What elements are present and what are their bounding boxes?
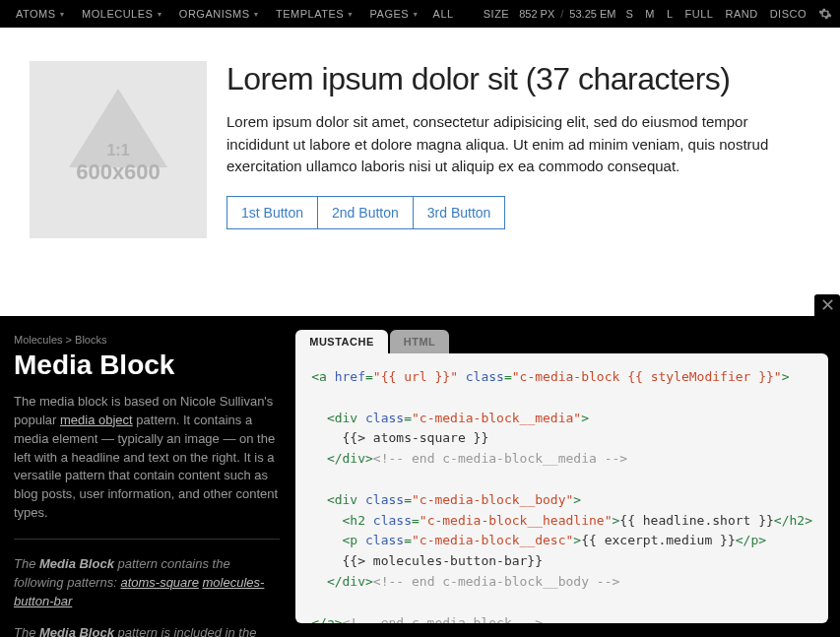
first-button[interactable]: 1st Button [226,196,318,229]
size-disco[interactable]: DISCO [764,8,812,20]
topbar: ATOMS▼ MOLECULES▼ ORGANISMS▼ TEMPLATES▼ … [0,0,840,28]
size-px[interactable]: 852 PX [515,8,558,20]
size-label: SIZE [478,8,515,20]
contains-patterns: The Media Block pattern contains the fol… [14,555,280,611]
size-full[interactable]: FULL [679,8,720,20]
size-em[interactable]: 53.25 EM [565,8,619,20]
button-bar: 1st Button 2nd Button 3rd Button [226,196,810,229]
nav-all[interactable]: ALL [427,8,460,20]
divider [14,539,280,540]
image-placeholder: 1:1 600x600 [30,61,207,238]
size-s[interactable]: S [619,8,639,20]
media-block-body: Lorem ipsum dolor sit (37 characters) Lo… [226,61,810,238]
caret-down-icon: ▼ [253,11,260,18]
caret-down-icon: ▼ [156,11,162,18]
pattern-description: The media block is based on Nicole Sulli… [14,393,280,523]
caret-down-icon: ▼ [347,11,354,18]
placeholder-dims: 600x600 [76,159,161,185]
pattern-preview: 1:1 600x600 Lorem ipsum dolor sit (37 ch… [0,28,840,272]
nav-molecules[interactable]: MOLECULES▼ [74,8,171,20]
headline: Lorem ipsum dolor sit (37 characters) [226,61,810,97]
close-icon[interactable]: ✕ [814,294,840,316]
code-view[interactable]: <a href="{{ url }}" class="c-media-block… [295,353,828,623]
size-l[interactable]: L [661,8,679,20]
media-object-link[interactable]: media object [60,413,133,427]
nav-pages[interactable]: PAGES▼ [362,8,427,20]
nav-atoms[interactable]: ATOMS▼ [8,8,74,20]
size-divider: / [558,8,565,20]
tab-mustache[interactable]: MUSTACHE [295,330,388,353]
size-m[interactable]: M [639,8,661,20]
size-rand[interactable]: RAND [719,8,763,20]
description: Lorem ipsum dolor sit amet, consectetur … [226,111,810,178]
pattern-inspector: ✕ Molecules > Blocks Media Block The med… [0,316,840,637]
gear-icon[interactable] [818,7,832,21]
code-tabs: MUSTACHE HTML [295,330,828,353]
included-in-patterns: The Media Block pattern is included in t… [14,624,280,637]
breadcrumb: Molecules > Blocks [14,334,280,346]
caret-down-icon: ▼ [412,11,419,18]
nav-templates[interactable]: TEMPLATES▼ [268,8,362,20]
nav-organisms[interactable]: ORGANISMS▼ [171,8,268,20]
tab-html[interactable]: HTML [390,330,450,353]
pattern-title: Media Block [14,350,280,381]
second-button[interactable]: 2nd Button [317,196,414,229]
placeholder-ratio: 1:1 [106,142,129,159]
third-button[interactable]: 3rd Button [413,196,506,229]
atoms-square-link[interactable]: atoms-square [120,575,198,590]
pattern-info: Molecules > Blocks Media Block The media… [0,316,295,637]
caret-down-icon: ▼ [59,11,66,18]
code-pane: MUSTACHE HTML <a href="{{ url }}" class=… [295,316,840,637]
